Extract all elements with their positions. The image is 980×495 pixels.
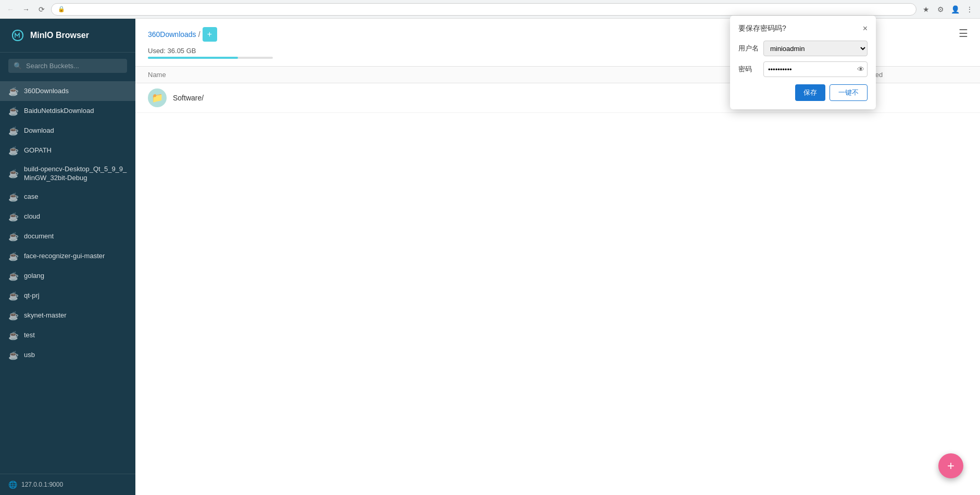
breadcrumb-separator: / — [198, 30, 200, 39]
url-input[interactable]: 127.0.0.1:9000/minio/360Downloads/ — [68, 5, 910, 13]
sidebar-item-bucket[interactable]: ☕ face-recognizer-gui-master — [0, 247, 135, 266]
bucket-name: face-recognizer-gui-master — [24, 252, 127, 261]
sidebar-item-bucket[interactable]: ☕ GOPATH — [0, 141, 135, 160]
dialog-username-field: 用户名 minioadmin — [738, 41, 868, 56]
username-input-wrap: minioadmin — [763, 41, 868, 56]
sidebar-item-bucket[interactable]: ☕ test — [0, 326, 135, 346]
bucket-name: golang — [24, 272, 127, 281]
dialog-title: 要保存密码吗? — [738, 24, 786, 33]
forward-button[interactable]: → — [20, 3, 32, 16]
password-input-wrap: 👁 — [763, 61, 868, 77]
bucket-name: GOPATH — [24, 146, 127, 155]
username-label: 用户名 — [738, 44, 759, 53]
bucket-icon: ☕ — [8, 232, 19, 242]
back-button[interactable]: ← — [4, 3, 17, 16]
file-name: Software/ — [173, 94, 780, 102]
bucket-name: case — [24, 193, 127, 201]
bucket-name: test — [24, 331, 127, 340]
bucket-name: 360Downloads — [24, 87, 127, 96]
dialog-actions: 保存 一键不 — [738, 84, 868, 101]
app-title: MinIO Browser — [30, 31, 89, 40]
sidebar-item-bucket[interactable]: ☕ usb — [0, 346, 135, 365]
bucket-icon-wrap: ☕ — [8, 350, 19, 361]
password-input[interactable] — [763, 61, 868, 77]
never-save-button[interactable]: 一键不 — [830, 84, 868, 101]
bucket-icon: ☕ — [8, 192, 19, 202]
bucket-name: skynet-master — [24, 311, 127, 320]
bucket-name: build-opencv-Desktop_Qt_5_9_9_MinGW_32bi… — [24, 165, 127, 183]
bucket-name: qt-prj — [24, 291, 127, 300]
bucket-name: usb — [24, 351, 127, 360]
bucket-icon: ☕ — [8, 86, 19, 96]
bucket-icon: ☕ — [8, 331, 19, 340]
folder-icon: 📁 — [152, 92, 163, 104]
more-button[interactable]: ⋮ — [963, 3, 976, 16]
bucket-icon-wrap: ☕ — [8, 192, 19, 202]
search-input[interactable] — [26, 62, 122, 70]
sidebar-item-bucket[interactable]: ☕ 360Downloads — [0, 81, 135, 101]
bucket-icon-wrap: ☕ — [8, 251, 19, 262]
folder-icon-wrap: 📁 — [148, 88, 167, 107]
sidebar-item-bucket[interactable]: ☕ golang — [0, 266, 135, 286]
bucket-name: BaiduNetdiskDownload — [24, 107, 127, 116]
bucket-icon-wrap: ☕ — [8, 145, 19, 156]
extensions-button[interactable]: ⚙ — [934, 3, 947, 16]
dialog-password-field: 密码 👁 — [738, 61, 868, 77]
sidebar-item-bucket[interactable]: ☕ case — [0, 187, 135, 207]
usage-bar — [148, 57, 273, 59]
password-label: 密码 — [738, 65, 759, 74]
bucket-icon-wrap: ☕ — [8, 125, 19, 136]
search-icon: 🔍 — [14, 62, 22, 70]
server-address: 127.0.0.1:9000 — [21, 481, 63, 488]
profile-button[interactable]: 👤 — [949, 3, 961, 16]
breadcrumb-bucket-link[interactable]: 360Downloads — [148, 30, 196, 39]
bucket-icon: ☕ — [8, 350, 19, 360]
sidebar-item-bucket[interactable]: ☕ cloud — [0, 207, 135, 227]
bucket-icon-wrap: ☕ — [8, 212, 19, 222]
minio-logo-icon — [10, 28, 25, 43]
usage-fill — [148, 57, 238, 59]
bucket-icon-wrap: ☕ — [8, 331, 19, 341]
bucket-name: cloud — [24, 212, 127, 221]
reload-button[interactable]: ⟳ — [35, 3, 48, 16]
bucket-icon-wrap: ☕ — [8, 169, 19, 179]
bucket-name: document — [24, 232, 127, 241]
sidebar-item-bucket[interactable]: ☕ BaiduNetdiskDownload — [0, 101, 135, 121]
bucket-icon-wrap: ☕ — [8, 271, 19, 282]
save-password-button[interactable]: 保存 — [795, 84, 825, 101]
dialog-close-button[interactable]: × — [863, 24, 868, 33]
sidebar-item-bucket[interactable]: ☕ document — [0, 227, 135, 247]
sidebar-item-bucket[interactable]: ☕ qt-prj — [0, 286, 135, 306]
sidebar: MinIO Browser 🔍 ☕ 360Downloads ☕ BaiduNe… — [0, 19, 135, 495]
sidebar-item-bucket[interactable]: ☕ build-opencv-Desktop_Qt_5_9_9_MinGW_32… — [0, 160, 135, 187]
bucket-icon: ☕ — [8, 126, 19, 136]
sidebar-logo: MinIO Browser — [0, 19, 135, 53]
bucket-name: Download — [24, 126, 127, 135]
search-wrap: 🔍 — [8, 59, 127, 73]
username-select[interactable]: minioadmin — [763, 41, 868, 56]
eye-icon[interactable]: 👁 — [857, 65, 864, 73]
bucket-icon-wrap: ☕ — [8, 106, 19, 116]
add-fab-button[interactable]: + — [938, 453, 963, 478]
search-container: 🔍 — [0, 53, 135, 79]
bucket-icon: ☕ — [8, 251, 19, 261]
bucket-icon-wrap: ☕ — [8, 232, 19, 242]
browser-actions: ★ ⚙ 👤 ⋮ — [920, 3, 976, 16]
globe-icon: 🌐 — [8, 480, 17, 489]
dialog-header: 要保存密码吗? × — [738, 24, 868, 33]
header-right: ☰ — [955, 25, 972, 42]
bookmark-button[interactable]: ★ — [920, 3, 932, 16]
bucket-icon: ☕ — [8, 106, 19, 116]
file-list: 📁 Software/ — [135, 83, 980, 495]
bucket-icon: ☕ — [8, 271, 19, 281]
create-folder-button[interactable]: + — [203, 27, 217, 42]
bucket-icon: ☕ — [8, 311, 19, 321]
bucket-icon: ☕ — [8, 169, 19, 179]
sidebar-item-bucket[interactable]: ☕ skynet-master — [0, 306, 135, 326]
bucket-icon: ☕ — [8, 291, 19, 301]
password-save-dialog: 要保存密码吗? × 用户名 minioadmin 密码 👁 保存 一键不 — [730, 16, 876, 109]
sidebar-item-bucket[interactable]: ☕ Download — [0, 121, 135, 141]
bucket-list: ☕ 360Downloads ☕ BaiduNetdiskDownload ☕ … — [0, 79, 135, 474]
hamburger-menu-button[interactable]: ☰ — [955, 25, 972, 42]
sidebar-footer: 🌐 127.0.0.1:9000 — [0, 474, 135, 495]
